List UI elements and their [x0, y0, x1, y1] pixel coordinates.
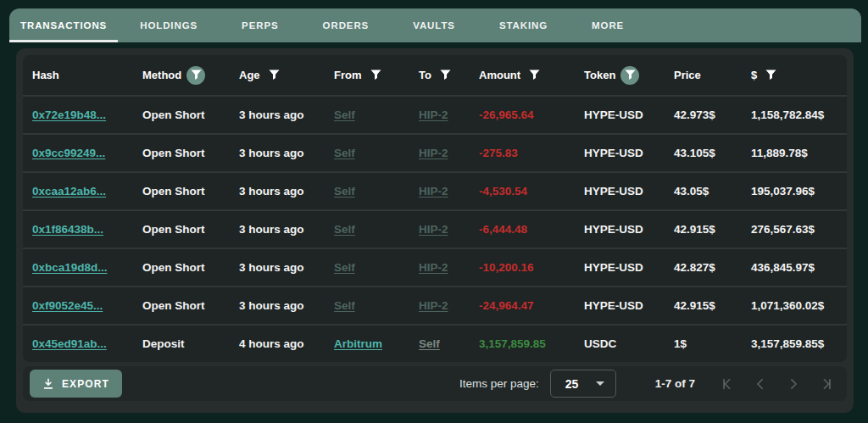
hash-link[interactable]: 0x72e19b48... [23, 109, 133, 121]
age-cell: 3 hours ago [230, 109, 325, 121]
token-cell: USDC [575, 337, 665, 350]
download-icon [42, 378, 54, 390]
funnel-icon[interactable] [370, 70, 381, 81]
funnel-icon[interactable] [440, 70, 451, 81]
token-cell: HYPE-USD [575, 299, 665, 312]
column-label: Price [674, 69, 701, 81]
method-cell: Open Short [133, 223, 230, 236]
table-header-row: HashMethodAgeFromToAmountTokenPrice$ [23, 55, 847, 95]
tab-transactions[interactable]: TRANSACTIONS [9, 8, 118, 42]
column-label: Age [239, 69, 260, 81]
hash-link[interactable]: 0x1f86438b... [23, 223, 133, 236]
amount-cell: 3,157,859.85 [470, 337, 575, 350]
to-link[interactable]: HIP-2 [409, 261, 470, 274]
hash-link[interactable]: 0xf9052e45... [23, 299, 133, 312]
amount-cell: -24,964.47 [470, 299, 575, 312]
method-cell: Open Short [133, 185, 230, 198]
table-body: 0x72e19b48...Open Short3 hours agoSelfHI… [23, 95, 847, 362]
price-cell: 1$ [665, 337, 742, 350]
items-per-page-select[interactable]: 25 [550, 370, 616, 398]
age-cell: 4 hours ago [230, 337, 325, 350]
tab-holdings[interactable]: HOLDINGS [118, 8, 220, 42]
transactions-panel: HashMethodAgeFromToAmountTokenPrice$ 0x7… [16, 48, 854, 413]
funnel-icon[interactable] [186, 66, 205, 85]
table-row: 0xcaa12ab6...Open Short3 hours agoSelfHI… [23, 171, 847, 209]
amount-cell: -26,965.64 [470, 109, 575, 121]
hash-link[interactable]: 0x45ed91ab... [23, 337, 133, 350]
from-link[interactable]: Self [325, 147, 409, 159]
column-label: Method [142, 69, 181, 81]
column-header-amount: Amount [470, 69, 575, 81]
to-link[interactable]: Self [409, 337, 470, 350]
age-cell: 3 hours ago [230, 299, 325, 312]
items-per-page-label: Items per page: [459, 377, 539, 390]
from-link[interactable]: Arbitrum [325, 337, 409, 350]
method-cell: Open Short [133, 261, 230, 274]
token-cell: HYPE-USD [575, 185, 665, 198]
tab-perps[interactable]: PERPS [220, 8, 301, 42]
first-page-icon[interactable] [721, 377, 734, 391]
method-cell: Deposit [133, 337, 230, 350]
token-cell: HYPE-USD [575, 261, 665, 274]
tab-vaults[interactable]: VAULTS [391, 8, 477, 42]
to-link[interactable]: HIP-2 [409, 185, 470, 198]
chevron-down-icon [596, 381, 604, 386]
column-header-price: Price [665, 69, 742, 81]
from-link[interactable]: Self [325, 261, 409, 274]
page-range-label: 1-7 of 7 [655, 377, 695, 390]
hash-link[interactable]: 0xcaa12ab6... [23, 185, 133, 198]
to-link[interactable]: HIP-2 [409, 147, 470, 159]
funnel-icon[interactable] [620, 66, 639, 85]
column-header-method: Method [133, 66, 230, 85]
token-cell: HYPE-USD [575, 109, 665, 121]
column-label: To [419, 69, 431, 81]
table-row: 0x72e19b48...Open Short3 hours agoSelfHI… [23, 95, 847, 133]
column-header-from: From [325, 69, 409, 81]
usd-cell: 276,567.63$ [742, 223, 847, 236]
table-row: 0x1f86438b...Open Short3 hours agoSelfHI… [23, 209, 847, 248]
last-page-icon[interactable] [820, 377, 833, 391]
method-cell: Open Short [133, 147, 230, 159]
tab-more[interactable]: MORE [570, 8, 646, 42]
from-link[interactable]: Self [325, 109, 409, 121]
from-link[interactable]: Self [325, 223, 409, 236]
table-row: 0x9cc99249...Open Short3 hours agoSelfHI… [23, 133, 847, 171]
column-header-to: To [409, 69, 470, 81]
column-label: Amount [479, 69, 520, 81]
to-link[interactable]: HIP-2 [409, 223, 470, 236]
age-cell: 3 hours ago [230, 261, 325, 274]
tab-bar: TRANSACTIONSHOLDINGSPERPSORDERSVAULTSSTA… [9, 8, 861, 42]
column-label: From [334, 69, 362, 81]
column-header-age: Age [230, 69, 325, 81]
pagination-buttons [721, 377, 833, 391]
hash-link[interactable]: 0x9cc99249... [23, 147, 133, 159]
funnel-icon[interactable] [529, 70, 540, 81]
price-cell: 42.915$ [665, 299, 742, 312]
age-cell: 3 hours ago [230, 185, 325, 198]
table-row: 0xbca19d8d...Open Short3 hours agoSelfHI… [23, 248, 847, 286]
column-label: Token [584, 69, 615, 81]
from-link[interactable]: Self [325, 299, 409, 312]
column-label: $ [751, 69, 757, 81]
funnel-icon[interactable] [765, 70, 776, 81]
method-cell: Open Short [133, 109, 230, 121]
previous-page-icon[interactable] [754, 377, 767, 391]
to-link[interactable]: HIP-2 [409, 109, 470, 121]
tab-orders[interactable]: ORDERS [301, 8, 392, 42]
amount-cell: -10,200.16 [470, 261, 575, 274]
hash-link[interactable]: 0xbca19d8d... [23, 261, 133, 274]
price-cell: 43.105$ [665, 147, 742, 159]
age-cell: 3 hours ago [230, 147, 325, 159]
amount-cell: -4,530.54 [470, 185, 575, 198]
funnel-icon[interactable] [269, 70, 280, 81]
table-row: 0x45ed91ab...Deposit4 hours agoArbitrumS… [23, 324, 847, 362]
export-button[interactable]: EXPORT [30, 370, 122, 398]
token-cell: HYPE-USD [575, 147, 665, 159]
next-page-icon[interactable] [787, 377, 800, 391]
to-link[interactable]: HIP-2 [409, 299, 470, 312]
price-cell: 42.915$ [665, 223, 742, 236]
tab-staking[interactable]: STAKING [477, 8, 570, 42]
amount-cell: -275.83 [470, 147, 575, 159]
usd-cell: 1,071,360.02$ [742, 299, 847, 312]
from-link[interactable]: Self [325, 185, 409, 198]
